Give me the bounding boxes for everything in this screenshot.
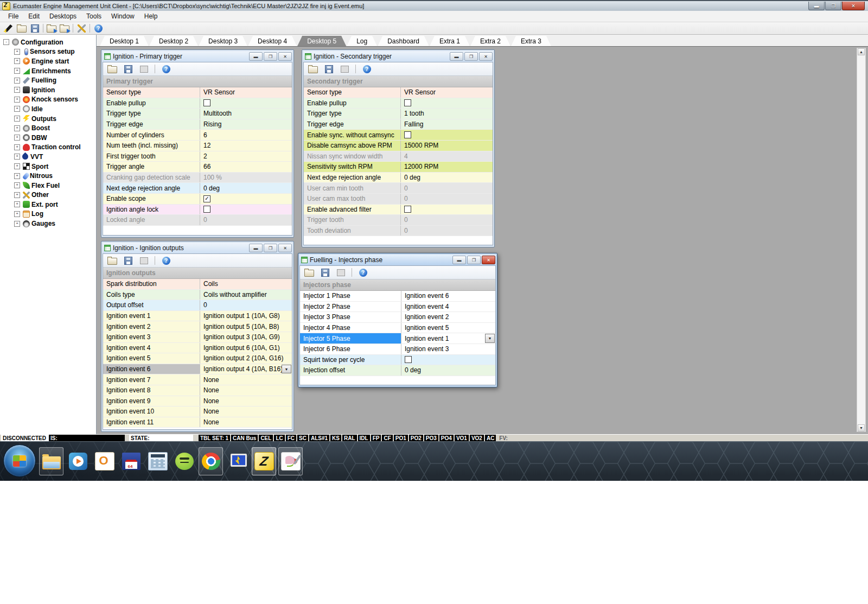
setting-row[interactable]: Next edge rejection angle0 deg (304, 173, 493, 183)
setting-value[interactable] (400, 98, 493, 109)
tab-desktop-5[interactable]: Desktop 5 (297, 36, 346, 46)
setting-value[interactable]: Ignition output 6 (10A, G1) (200, 343, 292, 353)
sidebar-item-enrichments[interactable]: +Enrichments (0, 66, 96, 76)
setting-row[interactable]: Ignition event 4Ignition output 6 (10A, … (103, 343, 292, 354)
sidebar-item-nitrous[interactable]: +Nitrous (0, 171, 96, 181)
sidebar-item-knock-sensors[interactable]: +Knock sensors (0, 95, 96, 105)
setting-row[interactable]: Enable scope (103, 194, 292, 205)
tree-expander-icon[interactable]: + (14, 97, 20, 103)
sidebar-item-gauges[interactable]: +Gauges (0, 219, 96, 228)
checkbox[interactable] (404, 99, 411, 106)
tree-expander-icon[interactable]: + (14, 182, 20, 188)
tree-expander-icon[interactable]: + (14, 49, 20, 55)
tab-desktop-2[interactable]: Desktop 2 (149, 36, 198, 46)
panel-close-button[interactable]: ✕ (479, 52, 493, 61)
panel-restore-button[interactable]: ❐ (464, 52, 478, 61)
sidebar-item-ignition[interactable]: +Ignition (0, 85, 96, 95)
setting-value[interactable]: Coils without amplifier (200, 290, 292, 300)
open-folder-button[interactable] (106, 255, 119, 266)
setting-label[interactable]: Tooth deviation (304, 226, 400, 236)
setting-label[interactable]: Ignition event 8 (103, 385, 200, 396)
setting-value[interactable] (401, 355, 495, 365)
setting-row[interactable]: Sensor typeVR Sensor (103, 87, 292, 98)
taskbar-icon-paint[interactable] (278, 447, 303, 475)
start-button[interactable] (3, 444, 36, 477)
setting-value[interactable]: None (200, 417, 292, 428)
tree-expander-icon[interactable]: + (14, 173, 20, 179)
setting-row[interactable]: User cam min tooth0 (304, 183, 493, 194)
taskbar-icon-chrome[interactable] (199, 447, 223, 475)
setting-value[interactable] (200, 98, 292, 109)
setting-label[interactable]: Sensitivity switch RPM (304, 162, 400, 172)
panel-minimize-button[interactable]: ▬ (249, 52, 263, 61)
tree-expander-icon[interactable]: + (14, 58, 20, 64)
setting-label[interactable]: Trigger type (103, 109, 200, 119)
tree-expander-icon[interactable]: - (3, 39, 9, 45)
tab-desktop-1[interactable]: Desktop 1 (100, 36, 149, 46)
setting-value[interactable]: 100 % (200, 173, 292, 183)
tree-expander-icon[interactable]: + (14, 201, 20, 207)
setting-row[interactable]: Injector 1 PhaseIgnition event 6 (300, 291, 495, 302)
restore-button[interactable]: ❐ (825, 2, 841, 10)
setting-label[interactable]: Next edge rejection angle (103, 183, 200, 193)
open-folder-button[interactable] (307, 63, 320, 74)
setting-label[interactable]: Number of cylinders (103, 130, 200, 140)
panel-restore-button[interactable]: ❐ (264, 244, 277, 252)
checkbox[interactable] (203, 99, 210, 106)
tab-log[interactable]: Log (347, 36, 377, 46)
sidebar-item-vvt[interactable]: +VVT (0, 152, 96, 162)
setting-label[interactable]: Injector 4 Phase (300, 323, 401, 333)
setting-label[interactable]: Num teeth (incl. missing) (103, 141, 200, 151)
setting-value[interactable]: VR Sensor (200, 87, 292, 98)
setting-row[interactable]: Injector 6 PhaseIgnition event 3 (300, 344, 495, 355)
setting-row[interactable]: Trigger type1 tooth (304, 109, 493, 119)
setting-label[interactable]: Locked angle (103, 215, 200, 225)
setting-label[interactable]: Ignition angle lock (103, 205, 200, 215)
setting-label[interactable]: Sensor type (304, 87, 400, 98)
tree-expander-icon[interactable]: + (14, 221, 20, 227)
setting-label[interactable]: Injector 5 Phase (300, 333, 401, 344)
setting-value[interactable]: Ignition event 4 (401, 302, 495, 312)
setting-label[interactable]: Ignition event 2 (103, 321, 200, 332)
setting-value[interactable]: 15000 RPM (400, 141, 493, 151)
setting-value[interactable]: Ignition event 1▼ (401, 333, 495, 344)
setting-label[interactable]: Coils type (103, 290, 200, 300)
checkbox[interactable] (404, 131, 411, 138)
setting-value[interactable]: 0 (200, 215, 292, 225)
close-button[interactable]: ✕ (842, 2, 865, 10)
setting-value[interactable]: Ignition output 2 (10A, G16) (200, 353, 292, 364)
checkbox[interactable] (404, 206, 411, 213)
setting-row[interactable]: Enable sync. without camsync (304, 130, 493, 141)
tree-expander-icon[interactable]: + (14, 87, 20, 93)
tree-expander-icon[interactable]: + (14, 78, 20, 84)
panel-title-bar[interactable]: Fuelling - Injectors phase▬❐✕ (299, 255, 496, 265)
setting-row[interactable]: Number of cylinders6 (103, 130, 292, 141)
setting-label[interactable]: Squirt twice per cycle (300, 355, 401, 365)
tree-expander-icon[interactable]: + (14, 211, 20, 217)
save-button[interactable] (318, 267, 331, 278)
setting-value[interactable] (200, 205, 292, 215)
setting-value[interactable]: 2 (200, 151, 292, 162)
setting-value[interactable]: 0 (400, 226, 493, 236)
setting-row[interactable]: Enable pullup (304, 98, 493, 109)
panel-restore-button[interactable]: ❐ (467, 256, 481, 264)
menu-help[interactable]: Help (139, 11, 163, 21)
setting-value[interactable]: Ignition event 2 (401, 312, 495, 322)
setting-row[interactable]: Locked angle0 (103, 215, 292, 226)
setting-label[interactable]: Output offset (103, 300, 200, 310)
setting-row[interactable]: Trigger angle66 (103, 162, 292, 173)
setting-value[interactable]: Ignition output 5 (10A, B8) (200, 321, 292, 332)
sidebar-item-flex-fuel[interactable]: +Flex Fuel (0, 181, 96, 190)
setting-row[interactable]: Tooth deviation0 (304, 226, 493, 237)
menu-tools[interactable]: Tools (81, 11, 106, 21)
panel-minimize-button[interactable]: ▬ (452, 256, 466, 264)
setting-row[interactable]: Cranking gap detection scale100 % (103, 173, 292, 183)
open-folder-button[interactable] (15, 23, 28, 34)
setting-value[interactable]: 0 deg (401, 365, 495, 376)
setting-value[interactable]: Ignition output 4 (10A, B16)▼ (200, 364, 292, 374)
taskbar-icon-explorer[interactable] (39, 447, 63, 475)
sidebar-item-configuration[interactable]: -Configuration (0, 37, 96, 47)
setting-row[interactable]: Trigger tooth0 (304, 215, 493, 226)
setting-label[interactable]: Trigger angle (103, 162, 200, 172)
setting-value[interactable]: 0 (200, 300, 292, 310)
